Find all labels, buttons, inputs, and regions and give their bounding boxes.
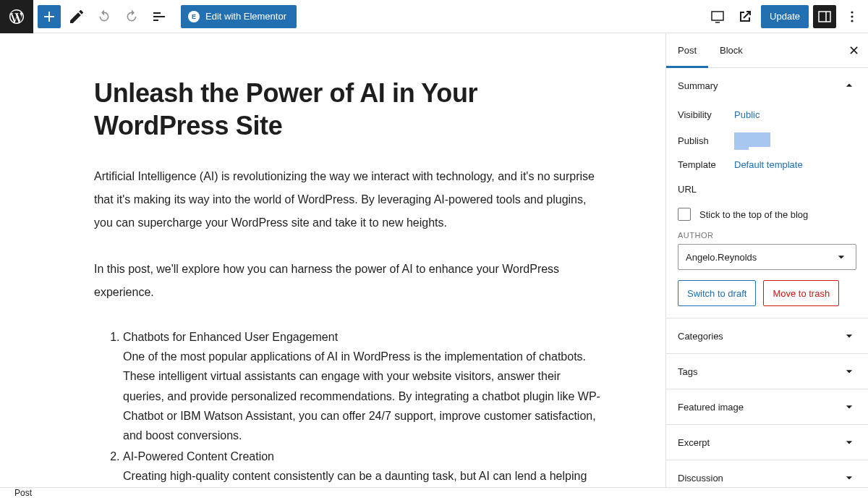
document-overview-button[interactable] — [148, 5, 171, 28]
list-item[interactable]: Chatbots for Enhanced User Engagement On… — [123, 327, 600, 445]
chevron-down-icon — [834, 250, 848, 264]
chevron-up-icon — [842, 78, 856, 93]
options-button[interactable] — [841, 5, 864, 28]
desktop-icon — [709, 8, 726, 25]
panel-summary: Summary Visibility Public Publish Templa… — [666, 68, 868, 318]
top-toolbar: E Edit with Elementor Update — [0, 0, 868, 33]
author-label: AUTHOR — [678, 231, 856, 240]
close-sidebar-button[interactable]: ✕ — [848, 44, 859, 57]
wordpress-icon — [8, 8, 25, 25]
undo-button[interactable] — [93, 5, 116, 28]
panel-categories-label: Categories — [678, 331, 723, 342]
visibility-label: Visibility — [678, 109, 734, 120]
undo-icon — [95, 8, 113, 25]
url-label: URL — [678, 184, 734, 195]
panel-discussion-label: Discussion — [678, 473, 723, 484]
chevron-down-icon — [842, 329, 856, 343]
author-select[interactable]: Angelo.Reynolds — [678, 244, 856, 270]
editor-canvas[interactable]: Unleash the Power of AI in Your WordPres… — [0, 33, 665, 487]
visibility-value[interactable]: Public — [734, 109, 760, 120]
external-link-icon — [736, 8, 754, 25]
breadcrumb-bar: Post — [0, 487, 868, 498]
update-button[interactable]: Update — [761, 5, 809, 28]
panel-excerpt-label: Excerpt — [678, 437, 710, 448]
elementor-label: Edit with Elementor — [205, 11, 286, 22]
kebab-icon — [843, 8, 861, 25]
panel-tags-label: Tags — [678, 366, 697, 377]
elementor-icon: E — [188, 11, 200, 22]
pencil-icon — [68, 8, 85, 25]
list-item-title: Chatbots for Enhanced User Engagement — [123, 331, 338, 343]
add-block-button[interactable] — [38, 5, 61, 28]
chevron-down-icon — [842, 470, 856, 485]
move-to-trash-button[interactable]: Move to trash — [763, 280, 839, 306]
panel-tags-toggle[interactable]: Tags — [666, 354, 868, 389]
switch-to-draft-button[interactable]: Switch to draft — [678, 280, 756, 306]
tab-post[interactable]: Post — [666, 33, 708, 68]
wordpress-logo[interactable] — [0, 0, 33, 33]
template-label: Template — [678, 159, 734, 170]
svg-point-1 — [851, 15, 853, 17]
svg-point-0 — [851, 11, 853, 13]
chevron-down-icon — [842, 364, 856, 379]
publish-value[interactable] — [734, 132, 770, 149]
post-title[interactable]: Unleash the Power of AI in Your WordPres… — [94, 77, 600, 142]
panel-categories-toggle[interactable]: Categories — [666, 318, 868, 353]
svg-point-2 — [851, 20, 853, 22]
chevron-down-icon — [842, 435, 856, 450]
publish-label: Publish — [678, 135, 734, 146]
paragraph-block[interactable]: Artificial Intelligence (AI) is revoluti… — [94, 165, 600, 235]
panel-summary-label: Summary — [678, 80, 718, 91]
list-icon — [150, 8, 168, 25]
paragraph-block[interactable]: In this post, we'll explore how you can … — [94, 258, 600, 304]
panel-featured-image-toggle[interactable]: Featured image — [666, 389, 868, 424]
template-value[interactable]: Default template — [734, 159, 803, 170]
sidebar-icon — [816, 8, 833, 25]
list-item-body: One of the most popular applications of … — [123, 347, 600, 445]
panel-excerpt-toggle[interactable]: Excerpt — [666, 425, 868, 460]
open-external-button[interactable] — [733, 5, 757, 28]
breadcrumb[interactable]: Post — [14, 488, 32, 498]
sticky-checkbox[interactable] — [678, 208, 691, 221]
edit-with-elementor-button[interactable]: E Edit with Elementor — [181, 5, 297, 28]
settings-sidebar: Post Block ✕ Summary Visibility Public P… — [665, 33, 868, 487]
sidebar-tabs: Post Block ✕ — [666, 33, 868, 68]
settings-sidebar-toggle[interactable] — [813, 5, 836, 28]
author-value: Angelo.Reynolds — [686, 252, 757, 263]
panel-featured-image-label: Featured image — [678, 402, 744, 413]
chevron-down-icon — [842, 400, 856, 414]
edit-mode-button[interactable] — [65, 5, 88, 28]
tab-block[interactable]: Block — [708, 33, 754, 68]
redo-icon — [123, 8, 140, 25]
list-item-title: AI-Powered Content Creation — [123, 450, 274, 463]
redo-button[interactable] — [120, 5, 143, 28]
list-item-body: Creating high-quality content consistent… — [123, 466, 600, 487]
view-mode-button[interactable] — [706, 5, 729, 28]
list-item[interactable]: AI-Powered Content Creation Creating hig… — [123, 447, 600, 487]
panel-summary-toggle[interactable]: Summary — [666, 68, 868, 103]
sticky-label: Stick to the top of the blog — [699, 209, 808, 220]
plus-icon — [41, 8, 58, 25]
ordered-list-block[interactable]: Chatbots for Enhanced User Engagement On… — [94, 327, 600, 487]
